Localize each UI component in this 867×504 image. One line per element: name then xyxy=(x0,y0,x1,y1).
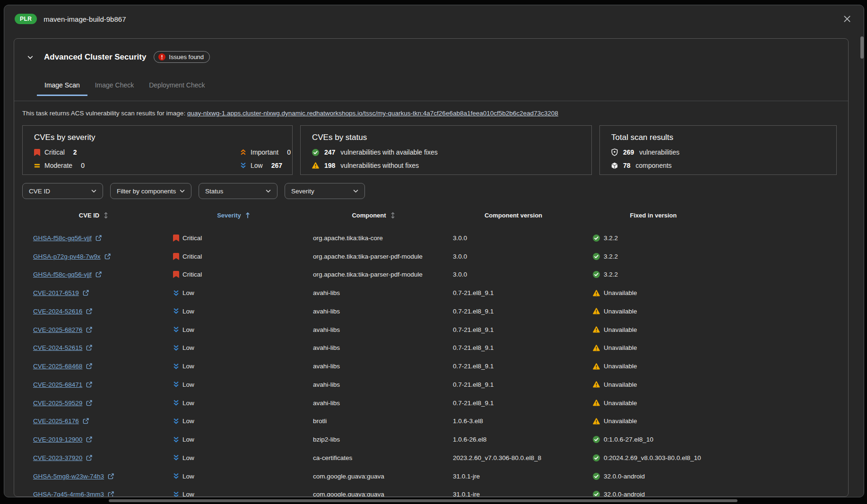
total-components: 78 components xyxy=(611,162,836,169)
cve-link[interactable]: CVE-2019-12900 xyxy=(33,436,82,443)
horizontal-scrollbar-thumb[interactable] xyxy=(109,499,737,502)
cve-link[interactable]: CVE-2024-52615 xyxy=(33,344,82,351)
fixed-version-label: Unavailable xyxy=(604,381,637,388)
check-circle-icon xyxy=(593,436,600,443)
total-components-label: components xyxy=(636,162,672,169)
severity-label: Critical xyxy=(182,253,202,260)
cve-id-filter-dropdown[interactable]: CVE ID xyxy=(22,183,103,199)
severity-cell: Low xyxy=(164,344,303,351)
external-link-icon[interactable] xyxy=(86,382,92,388)
severity-cell: Low xyxy=(164,400,303,407)
cve-link[interactable]: GHSA-7g45-4rm6-3mm3 xyxy=(33,491,104,497)
severity-filter-dropdown[interactable]: Severity xyxy=(285,183,365,199)
cve-link[interactable]: GHSA-p72g-pv48-7w9x xyxy=(33,253,101,260)
cve-link[interactable]: CVE-2023-37920 xyxy=(33,454,82,461)
external-link-icon[interactable] xyxy=(86,436,92,443)
external-link-icon[interactable] xyxy=(108,491,114,497)
cve-id-header-label: CVE ID xyxy=(79,212,99,219)
tab-image-scan[interactable]: Image Scan xyxy=(37,79,87,96)
pipeline-run-title: maven-image-build-9b867 xyxy=(43,15,126,23)
image-link[interactable]: quay-nlxwg-1.apps.cluster-nlxwg.dynamic.… xyxy=(187,110,558,117)
external-link-icon[interactable] xyxy=(95,235,102,241)
external-link-icon[interactable] xyxy=(86,400,92,406)
external-link-icon[interactable] xyxy=(86,455,92,461)
table-row: CVE-2023-37920Lowca-certificates2023.2.6… xyxy=(24,449,723,467)
external-link-icon[interactable] xyxy=(86,327,92,333)
severity-cell: Low xyxy=(164,454,303,461)
cve-id-cell: GHSA-f58c-gq56-vjjf xyxy=(24,271,164,278)
severity-label: Low xyxy=(182,436,194,443)
fixed-in-version-cell: Unavailable xyxy=(583,381,723,388)
low-severity-icon xyxy=(173,345,179,351)
component-version-cell: 0.7-21.el8_9.1 xyxy=(443,326,583,333)
column-header-fixed-in-version: Fixed in version xyxy=(583,212,723,219)
sort-both-icon xyxy=(390,212,395,219)
cve-id-filter-label: CVE ID xyxy=(29,188,50,195)
cve-link[interactable]: CVE-2025-68468 xyxy=(33,363,82,370)
column-header-severity[interactable]: Severity xyxy=(164,212,303,219)
critical-value: 2 xyxy=(73,148,77,156)
fixable-label: vulnerabilities with available fixes xyxy=(340,148,437,156)
pipeline-run-badge: PLR xyxy=(15,14,37,24)
table-header-row: CVE ID Severity Component Component vers… xyxy=(24,212,723,219)
cve-link[interactable]: GHSA-f58c-gq56-vjjf xyxy=(33,271,92,278)
cves-by-status-card: CVEs by status 247 vulnerabilities with … xyxy=(300,125,592,175)
cve-id-cell: CVE-2025-6176 xyxy=(24,417,164,425)
important-value: 0 xyxy=(287,148,291,156)
cve-link[interactable]: GHSA-5mg8-w23w-74h3 xyxy=(33,473,104,480)
external-link-icon[interactable] xyxy=(83,418,89,424)
column-header-cve-id[interactable]: CVE ID xyxy=(24,212,164,219)
caret-down-icon xyxy=(91,190,96,193)
cve-link[interactable]: CVE-2024-52616 xyxy=(33,308,82,315)
moderate-count: Moderate 0 xyxy=(34,162,240,169)
section-expand-toggle[interactable] xyxy=(27,54,34,61)
cve-link[interactable]: CVE-2025-68471 xyxy=(33,381,82,388)
tab-deployment-check[interactable]: Deployment Check xyxy=(141,79,212,96)
check-circle-icon xyxy=(593,491,600,497)
warning-triangle-icon xyxy=(593,418,600,425)
external-link-icon[interactable] xyxy=(108,473,114,479)
severity-cell: Low xyxy=(164,491,303,497)
cve-link[interactable]: CVE-2017-6519 xyxy=(33,289,79,296)
external-link-icon[interactable] xyxy=(86,345,92,351)
shield-icon xyxy=(611,148,618,156)
component-version-cell: 0.7-21.el8_9.1 xyxy=(443,344,583,351)
status-filter-dropdown[interactable]: Status xyxy=(199,183,277,199)
fixed-in-version-cell: 3.2.2 xyxy=(583,271,723,278)
fixed-version-label: Unavailable xyxy=(604,400,637,407)
total-vulns-label: vulnerabilities xyxy=(639,148,679,156)
warning-triangle-icon xyxy=(593,400,600,406)
important-count: Important 0 xyxy=(240,148,292,156)
severity-label: Low xyxy=(182,473,194,480)
column-header-component[interactable]: Component xyxy=(303,212,443,219)
table-row: CVE-2025-68276Lowavahi-libs0.7-21.el8_9.… xyxy=(24,321,723,339)
components-filter-dropdown[interactable]: Filter by components xyxy=(110,183,191,199)
external-link-icon[interactable] xyxy=(86,363,92,369)
component-cell: org.apache.tika:tika-parser-pdf-module xyxy=(303,253,443,260)
total-vulns-value: 269 xyxy=(623,148,634,156)
cve-link[interactable]: GHSA-f58c-gq56-vjjf xyxy=(33,235,92,242)
external-link-icon[interactable] xyxy=(104,253,111,260)
severity-label: Low xyxy=(182,417,194,425)
cves-by-severity-card: CVEs by severity Critical 2 Important xyxy=(22,125,293,175)
component-version-cell: 0.7-21.el8_9.1 xyxy=(443,289,583,296)
cve-link[interactable]: CVE-2025-6176 xyxy=(33,417,79,425)
component-version-cell: 0.7-21.el8_9.1 xyxy=(443,400,583,407)
cve-id-cell: GHSA-f58c-gq56-vjjf xyxy=(24,235,164,242)
tab-image-check[interactable]: Image Check xyxy=(87,79,141,96)
vertical-scrollbar-thumb[interactable] xyxy=(860,36,864,59)
external-link-icon[interactable] xyxy=(95,271,102,278)
component-version-cell: 31.0.1-jre xyxy=(443,491,583,497)
component-cell: brotli xyxy=(303,417,443,425)
external-link-icon[interactable] xyxy=(83,290,89,296)
fixed-version-label: 3.2.2 xyxy=(604,235,618,242)
external-link-icon[interactable] xyxy=(86,308,92,314)
severity-cell: Low xyxy=(164,417,303,425)
fixed-in-version-cell: 32.0.0-android xyxy=(583,473,723,480)
component-cell: avahi-libs xyxy=(303,363,443,370)
close-button[interactable] xyxy=(841,13,853,25)
cve-link[interactable]: CVE-2025-68276 xyxy=(33,326,82,333)
fixed-version-label: 32.0.0-android xyxy=(604,491,645,497)
cve-link[interactable]: CVE-2025-59529 xyxy=(33,400,82,407)
fixed-version-label: 3.2.2 xyxy=(604,253,618,260)
